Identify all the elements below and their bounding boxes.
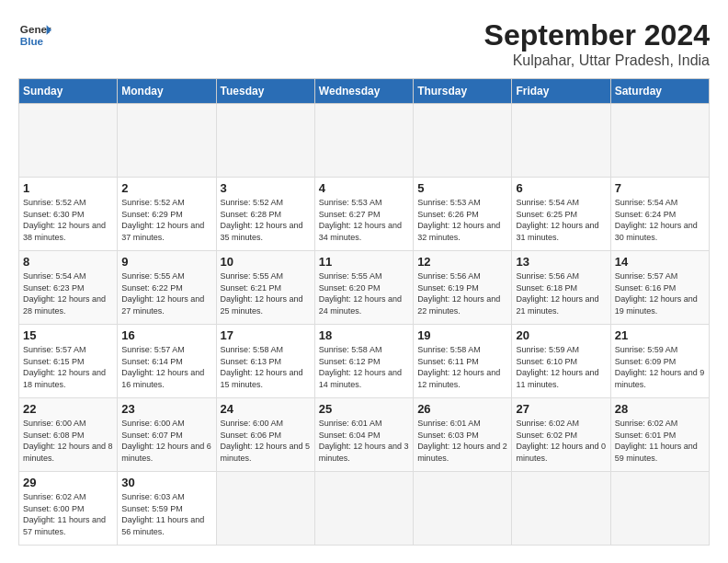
calendar-cell xyxy=(216,104,314,178)
calendar-cell: 16Sunrise: 5:57 AM Sunset: 6:14 PM Dayli… xyxy=(118,325,216,398)
day-number: 5 xyxy=(417,181,507,195)
calendar-week-row: 1Sunrise: 5:52 AM Sunset: 6:30 PM Daylig… xyxy=(19,178,710,251)
day-number: 1 xyxy=(23,181,113,195)
calendar-cell xyxy=(512,104,610,178)
day-number: 22 xyxy=(23,402,113,416)
calendar-cell: 21Sunrise: 5:59 AM Sunset: 6:09 PM Dayli… xyxy=(610,325,709,398)
location-title: Kulpahar, Uttar Pradesh, India xyxy=(484,52,710,69)
day-number: 3 xyxy=(221,181,311,195)
day-content: Sunrise: 5:55 AM Sunset: 6:22 PM Dayligh… xyxy=(121,270,211,316)
calendar-cell xyxy=(19,104,118,178)
day-content: Sunrise: 5:56 AM Sunset: 6:18 PM Dayligh… xyxy=(516,270,606,316)
calendar-cell: 5Sunrise: 5:53 AM Sunset: 6:26 PM Daylig… xyxy=(414,178,512,251)
day-number: 14 xyxy=(615,255,705,269)
column-header-sunday: Sunday xyxy=(19,79,118,104)
calendar-cell xyxy=(512,472,610,546)
calendar-cell xyxy=(414,472,512,546)
column-header-thursday: Thursday xyxy=(414,79,512,104)
calendar-week-row xyxy=(19,104,710,178)
calendar-cell xyxy=(414,104,512,178)
day-number: 21 xyxy=(615,328,705,342)
day-number: 25 xyxy=(319,402,409,416)
day-number: 30 xyxy=(121,476,211,489)
day-number: 23 xyxy=(121,402,211,416)
calendar-table: SundayMondayTuesdayWednesdayThursdayFrid… xyxy=(18,78,710,546)
logo: General Blue xyxy=(18,18,51,52)
calendar-cell xyxy=(610,472,709,546)
calendar-cell: 9Sunrise: 5:55 AM Sunset: 6:22 PM Daylig… xyxy=(118,251,216,325)
calendar-cell: 2Sunrise: 5:52 AM Sunset: 6:29 PM Daylig… xyxy=(118,178,216,251)
day-number: 16 xyxy=(121,328,211,342)
day-number: 8 xyxy=(23,255,113,269)
calendar-cell: 20Sunrise: 5:59 AM Sunset: 6:10 PM Dayli… xyxy=(512,325,610,398)
day-content: Sunrise: 5:52 AM Sunset: 6:29 PM Dayligh… xyxy=(121,197,211,243)
day-number: 11 xyxy=(319,255,409,269)
calendar-cell: 10Sunrise: 5:55 AM Sunset: 6:21 PM Dayli… xyxy=(216,251,314,325)
calendar-cell: 30Sunrise: 6:03 AM Sunset: 5:59 PM Dayli… xyxy=(118,472,216,546)
day-content: Sunrise: 6:01 AM Sunset: 6:03 PM Dayligh… xyxy=(417,418,507,464)
day-number: 9 xyxy=(121,255,211,269)
day-content: Sunrise: 6:00 AM Sunset: 6:08 PM Dayligh… xyxy=(23,418,113,464)
calendar-body: 1Sunrise: 5:52 AM Sunset: 6:30 PM Daylig… xyxy=(19,104,710,546)
day-content: Sunrise: 5:56 AM Sunset: 6:19 PM Dayligh… xyxy=(417,270,507,316)
day-content: Sunrise: 5:58 AM Sunset: 6:13 PM Dayligh… xyxy=(221,344,311,390)
day-number: 28 xyxy=(615,402,705,416)
month-title: September 2024 xyxy=(484,18,710,52)
day-content: Sunrise: 5:54 AM Sunset: 6:24 PM Dayligh… xyxy=(615,197,705,243)
calendar-cell: 28Sunrise: 6:02 AM Sunset: 6:01 PM Dayli… xyxy=(610,398,709,472)
day-content: Sunrise: 5:55 AM Sunset: 6:21 PM Dayligh… xyxy=(221,270,311,316)
calendar-cell: 24Sunrise: 6:00 AM Sunset: 6:06 PM Dayli… xyxy=(216,398,314,472)
calendar-cell: 3Sunrise: 5:52 AM Sunset: 6:28 PM Daylig… xyxy=(216,178,314,251)
day-content: Sunrise: 5:58 AM Sunset: 6:11 PM Dayligh… xyxy=(417,344,507,390)
calendar-cell: 27Sunrise: 6:02 AM Sunset: 6:02 PM Dayli… xyxy=(512,398,610,472)
calendar-cell: 7Sunrise: 5:54 AM Sunset: 6:24 PM Daylig… xyxy=(610,178,709,251)
day-content: Sunrise: 6:01 AM Sunset: 6:04 PM Dayligh… xyxy=(319,418,409,464)
calendar-cell: 29Sunrise: 6:02 AM Sunset: 6:00 PM Dayli… xyxy=(19,472,118,546)
calendar-cell: 8Sunrise: 5:54 AM Sunset: 6:23 PM Daylig… xyxy=(19,251,118,325)
calendar-cell: 4Sunrise: 5:53 AM Sunset: 6:27 PM Daylig… xyxy=(314,178,413,251)
day-number: 15 xyxy=(23,328,113,342)
day-content: Sunrise: 6:02 AM Sunset: 6:00 PM Dayligh… xyxy=(23,491,113,537)
day-number: 12 xyxy=(417,255,507,269)
svg-text:Blue: Blue xyxy=(20,35,44,47)
calendar-week-row: 29Sunrise: 6:02 AM Sunset: 6:00 PM Dayli… xyxy=(19,472,710,546)
calendar-cell xyxy=(118,104,216,178)
calendar-cell xyxy=(610,104,709,178)
calendar-cell: 25Sunrise: 6:01 AM Sunset: 6:04 PM Dayli… xyxy=(314,398,413,472)
day-content: Sunrise: 6:02 AM Sunset: 6:01 PM Dayligh… xyxy=(615,418,705,464)
column-header-monday: Monday xyxy=(118,79,216,104)
day-content: Sunrise: 5:55 AM Sunset: 6:20 PM Dayligh… xyxy=(319,270,409,316)
calendar-cell: 26Sunrise: 6:01 AM Sunset: 6:03 PM Dayli… xyxy=(414,398,512,472)
day-content: Sunrise: 5:58 AM Sunset: 6:12 PM Dayligh… xyxy=(319,344,409,390)
day-content: Sunrise: 6:03 AM Sunset: 5:59 PM Dayligh… xyxy=(121,491,211,537)
day-number: 24 xyxy=(221,402,311,416)
column-header-friday: Friday xyxy=(512,79,610,104)
logo-icon: General Blue xyxy=(18,18,51,52)
page-header: General Blue September 2024 Kulpahar, Ut… xyxy=(18,18,710,69)
day-content: Sunrise: 5:57 AM Sunset: 6:16 PM Dayligh… xyxy=(615,270,705,316)
day-content: Sunrise: 6:02 AM Sunset: 6:02 PM Dayligh… xyxy=(516,418,606,464)
day-content: Sunrise: 5:54 AM Sunset: 6:25 PM Dayligh… xyxy=(516,197,606,243)
calendar-cell: 11Sunrise: 5:55 AM Sunset: 6:20 PM Dayli… xyxy=(314,251,413,325)
calendar-cell: 6Sunrise: 5:54 AM Sunset: 6:25 PM Daylig… xyxy=(512,178,610,251)
calendar-cell xyxy=(314,472,413,546)
calendar-week-row: 22Sunrise: 6:00 AM Sunset: 6:08 PM Dayli… xyxy=(19,398,710,472)
day-content: Sunrise: 5:53 AM Sunset: 6:26 PM Dayligh… xyxy=(417,197,507,243)
day-content: Sunrise: 6:00 AM Sunset: 6:06 PM Dayligh… xyxy=(221,418,311,464)
column-header-tuesday: Tuesday xyxy=(216,79,314,104)
calendar-cell: 23Sunrise: 6:00 AM Sunset: 6:07 PM Dayli… xyxy=(118,398,216,472)
day-content: Sunrise: 6:00 AM Sunset: 6:07 PM Dayligh… xyxy=(121,418,211,464)
calendar-cell xyxy=(216,472,314,546)
day-number: 17 xyxy=(221,328,311,342)
calendar-cell: 1Sunrise: 5:52 AM Sunset: 6:30 PM Daylig… xyxy=(19,178,118,251)
day-number: 18 xyxy=(319,328,409,342)
day-number: 4 xyxy=(319,181,409,195)
calendar-cell: 22Sunrise: 6:00 AM Sunset: 6:08 PM Dayli… xyxy=(19,398,118,472)
day-content: Sunrise: 5:57 AM Sunset: 6:15 PM Dayligh… xyxy=(23,344,113,390)
day-content: Sunrise: 5:52 AM Sunset: 6:30 PM Dayligh… xyxy=(23,197,113,243)
day-number: 6 xyxy=(516,181,606,195)
calendar-cell: 18Sunrise: 5:58 AM Sunset: 6:12 PM Dayli… xyxy=(314,325,413,398)
day-content: Sunrise: 5:59 AM Sunset: 6:10 PM Dayligh… xyxy=(516,344,606,390)
column-header-saturday: Saturday xyxy=(610,79,709,104)
calendar-cell xyxy=(314,104,413,178)
